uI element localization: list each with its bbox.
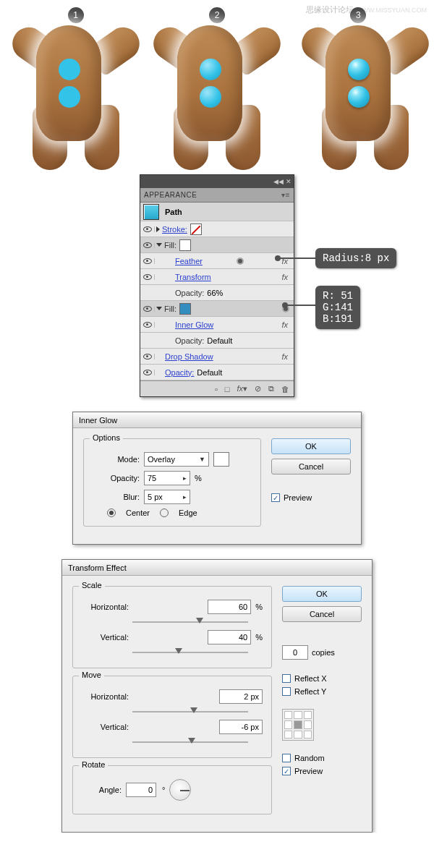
close-icon[interactable]: ✕ bbox=[286, 178, 292, 185]
options-legend: Options bbox=[90, 433, 123, 442]
eye-icon[interactable] bbox=[143, 322, 152, 328]
preview-checkbox[interactable]: ✓ bbox=[282, 767, 291, 775]
callout-rgb-r: R: 51 bbox=[323, 290, 353, 302]
fx-icon[interactable]: fx bbox=[281, 352, 288, 361]
feather-row[interactable]: Feather fx bbox=[140, 253, 294, 269]
edge-radio[interactable] bbox=[160, 509, 169, 517]
scale-h-slider[interactable] bbox=[132, 618, 248, 626]
expand-icon[interactable] bbox=[156, 307, 162, 310]
reflect-x-checkbox[interactable] bbox=[282, 674, 291, 683]
fill-row-2[interactable]: Fill: bbox=[140, 301, 294, 317]
stroke-row[interactable]: Stroke: bbox=[140, 221, 294, 237]
opacity-row-1[interactable]: Opacity: 66% bbox=[140, 285, 294, 301]
fill-swatch-blue[interactable] bbox=[179, 303, 191, 315]
eye-icon[interactable] bbox=[143, 306, 152, 312]
inner-glow-row[interactable]: Inner Glow fx bbox=[140, 317, 294, 333]
callout-radius: Radius:8 px bbox=[315, 248, 396, 268]
ok-button[interactable]: OK bbox=[282, 586, 362, 602]
opacity-row-3[interactable]: Opacity: Default bbox=[140, 365, 294, 380]
opacity-label: Opacity: bbox=[175, 336, 204, 345]
reflect-y-checkbox[interactable] bbox=[282, 687, 291, 696]
panel-title: APPEARANCE ▾≡ bbox=[140, 188, 294, 203]
opacity-input[interactable]: 75 ▸ bbox=[144, 471, 190, 485]
drop-shadow-row[interactable]: Drop Shadow fx bbox=[140, 349, 294, 365]
step-number: 3 bbox=[356, 10, 361, 20]
scale-v-value: 40 bbox=[239, 633, 247, 642]
opacity-link[interactable]: Opacity: bbox=[165, 368, 194, 377]
stroke-box-icon[interactable]: □ bbox=[225, 385, 230, 393]
blur-value: 5 px bbox=[148, 493, 163, 501]
center-radio[interactable] bbox=[107, 509, 116, 517]
glow-color-swatch[interactable] bbox=[213, 452, 229, 467]
degree-unit: ° bbox=[162, 786, 165, 794]
move-h-slider[interactable] bbox=[132, 708, 248, 715]
drop-shadow-link[interactable]: Drop Shadow bbox=[165, 352, 213, 361]
eye-icon[interactable] bbox=[143, 274, 152, 280]
stroke-swatch-none[interactable] bbox=[190, 224, 202, 235]
stroke-label[interactable]: Stroke: bbox=[162, 225, 187, 234]
fx-icon[interactable]: fx bbox=[281, 320, 288, 329]
percent-unit: % bbox=[255, 603, 263, 611]
move-v-slider[interactable] bbox=[132, 739, 248, 746]
anchor-grid[interactable] bbox=[282, 709, 314, 741]
chevron-right-icon: ▸ bbox=[183, 475, 187, 482]
scale-h-input[interactable]: 60 bbox=[208, 600, 251, 614]
callout-rgb-b: B:191 bbox=[323, 313, 353, 325]
eye-icon[interactable] bbox=[143, 226, 152, 232]
fill-label: Fill: bbox=[164, 241, 176, 250]
eye-icon[interactable] bbox=[143, 370, 152, 375]
preview-label: Preview bbox=[294, 767, 323, 775]
fill-row-1[interactable]: Fill: bbox=[140, 237, 294, 253]
trash-icon[interactable]: 🗑 bbox=[281, 385, 289, 393]
new-art-icon[interactable]: ▫ bbox=[215, 385, 218, 393]
eye-icon[interactable] bbox=[143, 258, 152, 264]
transform-link[interactable]: Transform bbox=[175, 273, 211, 281]
expand-icon[interactable] bbox=[156, 243, 162, 247]
opacity-value: 75 bbox=[148, 474, 156, 482]
mode-combo[interactable]: Overlay ▼ bbox=[144, 452, 209, 467]
blur-input[interactable]: 5 px ▸ bbox=[144, 490, 190, 504]
scale-v-slider[interactable] bbox=[132, 649, 248, 656]
angle-input[interactable]: 0 bbox=[126, 783, 156, 797]
move-h-value: 2 px bbox=[244, 692, 259, 701]
ok-button[interactable]: OK bbox=[271, 438, 351, 454]
inner-glow-link[interactable]: Inner Glow bbox=[175, 320, 213, 329]
dialog-title: Transform Effect bbox=[68, 563, 127, 572]
fx-icon[interactable]: fx bbox=[281, 273, 288, 281]
copies-input[interactable]: 0 bbox=[282, 645, 308, 660]
gingerbread-figure bbox=[11, 25, 141, 170]
move-h-input[interactable]: 2 px bbox=[219, 689, 263, 704]
percent-unit: % bbox=[195, 474, 202, 482]
ok-label: OK bbox=[316, 590, 328, 598]
duplicate-icon[interactable]: ⧉ bbox=[268, 384, 274, 393]
panel-menu-icon[interactable]: ▾≡ bbox=[281, 191, 290, 199]
cancel-label: Cancel bbox=[310, 610, 334, 618]
move-legend: Move bbox=[79, 671, 104, 679]
scale-v-input[interactable]: 40 bbox=[208, 630, 251, 644]
preview-checkbox[interactable]: ✓ bbox=[271, 493, 280, 502]
eye-icon[interactable] bbox=[143, 354, 152, 359]
path-row[interactable]: Path bbox=[140, 203, 294, 221]
move-v-value: -6 px bbox=[242, 723, 259, 731]
callout-text: Radius:8 px bbox=[323, 252, 389, 264]
feather-link[interactable]: Feather bbox=[175, 257, 203, 265]
move-v-input[interactable]: -6 px bbox=[219, 720, 263, 734]
inner-glow-dialog: Inner Glow Options Mode: Overlay ▼ Opaci… bbox=[72, 412, 362, 545]
opacity-row-2[interactable]: Opacity: Default bbox=[140, 333, 294, 349]
cancel-button[interactable]: Cancel bbox=[271, 459, 351, 475]
angle-dial[interactable] bbox=[169, 779, 191, 801]
transform-row[interactable]: Transform fx bbox=[140, 269, 294, 285]
fx-menu-icon[interactable]: fx▾ bbox=[237, 384, 247, 393]
random-checkbox[interactable] bbox=[282, 754, 291, 762]
expand-icon[interactable] bbox=[156, 226, 160, 232]
eye-icon[interactable] bbox=[143, 242, 152, 248]
callout-rgb: R: 51 G:141 B:191 bbox=[315, 286, 360, 329]
fill-swatch-white[interactable] bbox=[179, 239, 191, 251]
transform-effect-dialog: Transform Effect Scale Horizontal: 60 % … bbox=[61, 559, 373, 833]
step-badge: 2 bbox=[209, 7, 225, 23]
collapse-icon[interactable]: ◀◀ bbox=[273, 178, 284, 185]
clear-icon[interactable]: ⊘ bbox=[255, 384, 261, 393]
step-badge: 1 bbox=[68, 7, 84, 23]
chevron-right-icon: ▸ bbox=[183, 493, 187, 501]
cancel-button[interactable]: Cancel bbox=[282, 606, 362, 622]
